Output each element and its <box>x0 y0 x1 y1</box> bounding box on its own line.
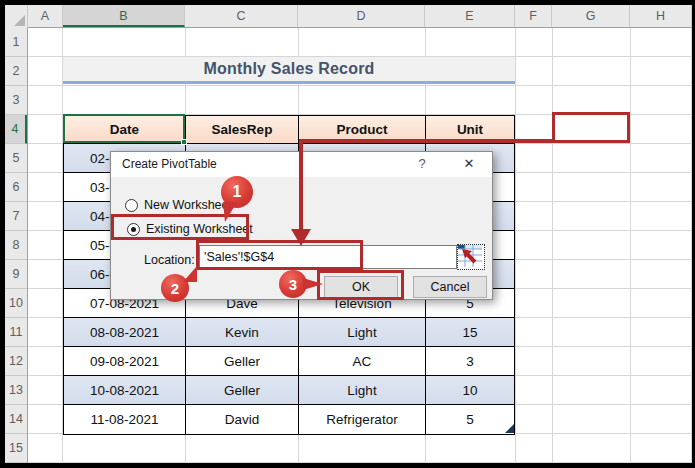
table-row: 11-08-2021 David Refrigerator 5 <box>64 405 514 434</box>
cell-salesrep[interactable]: David <box>186 405 299 434</box>
column-header-f[interactable]: F <box>515 5 552 27</box>
header-unit[interactable]: Unit <box>426 116 514 144</box>
row-header-5[interactable]: 5 <box>5 144 27 173</box>
select-all-button[interactable] <box>5 5 28 28</box>
row-header-6[interactable]: 6 <box>5 173 27 202</box>
radio-checked-icon[interactable] <box>127 223 140 236</box>
column-header-strip: A B C D E F G H <box>5 5 692 28</box>
select-all-triangle-icon <box>14 15 25 26</box>
row-header-7[interactable]: 7 <box>5 202 27 231</box>
row-header-4[interactable]: 4 <box>5 115 27 144</box>
excel-screenshot: A B C D E F G H 1 2 3 4 5 6 7 8 9 10 11 … <box>0 0 695 468</box>
radio-new-worksheet-label: New Worksheet <box>144 198 232 212</box>
radio-existing-worksheet-label: Existing Worksheet <box>146 222 253 236</box>
column-header-d[interactable]: D <box>298 5 425 27</box>
cell-salesrep[interactable]: Geller <box>186 347 299 376</box>
range-selector-icon <box>458 245 482 267</box>
table-row: 10-08-2021 Geller Light 10 <box>64 376 514 405</box>
close-icon[interactable]: ✕ <box>456 156 482 173</box>
sheet-title-band: Monthly Sales Record <box>63 57 515 84</box>
column-header-e[interactable]: E <box>425 5 515 27</box>
radio-circle-icon[interactable] <box>125 199 138 212</box>
row-header-12[interactable]: 12 <box>5 347 27 376</box>
cell-date[interactable]: 10-08-2021 <box>64 376 186 405</box>
header-date[interactable]: Date <box>64 116 186 144</box>
cell-product[interactable]: Refrigerator <box>299 405 426 434</box>
cell-product[interactable]: Light <box>299 318 426 347</box>
cell-salesrep[interactable]: Kevin <box>186 318 299 347</box>
row-header-14[interactable]: 14 <box>5 405 27 434</box>
cancel-button[interactable]: Cancel <box>413 276 487 298</box>
radio-new-worksheet[interactable]: New Worksheet <box>125 198 232 212</box>
table-corner-marker <box>505 424 514 433</box>
cell-product[interactable]: Light <box>299 376 426 405</box>
cell-date[interactable]: 11-08-2021 <box>64 405 186 434</box>
row-header-10[interactable]: 10 <box>5 289 27 318</box>
row-header-15[interactable]: 15 <box>5 434 27 463</box>
table-header-row: Date SalesRep Product Unit <box>64 116 514 144</box>
row-header-8[interactable]: 8 <box>5 231 27 260</box>
row-header-11[interactable]: 11 <box>5 318 27 347</box>
cell-date[interactable]: 09-08-2021 <box>64 347 186 376</box>
cell-unit[interactable]: 15 <box>426 318 514 347</box>
row-header-1[interactable]: 1 <box>5 28 27 57</box>
sheet-title: Monthly Sales Record <box>203 60 374 78</box>
radio-existing-worksheet[interactable]: Existing Worksheet <box>127 222 253 236</box>
row-header-2[interactable]: 2 <box>5 57 27 86</box>
row-header-13[interactable]: 13 <box>5 376 27 405</box>
cell-salesrep[interactable]: Geller <box>186 376 299 405</box>
cell-unit[interactable]: 10 <box>426 376 514 405</box>
cell-unit[interactable]: 3 <box>426 347 514 376</box>
row-header-9[interactable]: 9 <box>5 260 27 289</box>
column-header-g[interactable]: G <box>552 5 630 27</box>
table-row: 09-08-2021 Geller AC 3 <box>64 347 514 376</box>
range-selector-button[interactable] <box>458 245 484 269</box>
help-button[interactable]: ? <box>410 156 434 173</box>
table-row: 08-08-2021 Kevin Light 15 <box>64 318 514 347</box>
dialog-titlebar[interactable]: Create PivotTable ? ✕ <box>111 152 492 177</box>
cell-unit[interactable]: 5 <box>426 405 514 434</box>
location-label: Location: <box>144 253 195 267</box>
header-product[interactable]: Product <box>299 116 426 144</box>
cell-date[interactable]: 08-08-2021 <box>64 318 186 347</box>
column-header-b[interactable]: B <box>63 5 185 27</box>
location-input[interactable] <box>199 245 457 269</box>
row-header-3[interactable]: 3 <box>5 86 27 115</box>
ok-button[interactable]: OK <box>324 276 398 298</box>
dialog-title: Create PivotTable <box>122 157 217 171</box>
cell-product[interactable]: AC <box>299 347 426 376</box>
column-header-c[interactable]: C <box>185 5 298 27</box>
column-header-a[interactable]: A <box>28 5 63 27</box>
create-pivottable-dialog: Create PivotTable ? ✕ New Worksheet Exis… <box>110 151 493 300</box>
fill-handle[interactable] <box>181 139 187 145</box>
row-header-strip: 1 2 3 4 5 6 7 8 9 10 11 12 13 14 15 <box>5 28 28 463</box>
column-header-h[interactable]: H <box>630 5 692 27</box>
header-salesrep[interactable]: SalesRep <box>186 116 299 144</box>
